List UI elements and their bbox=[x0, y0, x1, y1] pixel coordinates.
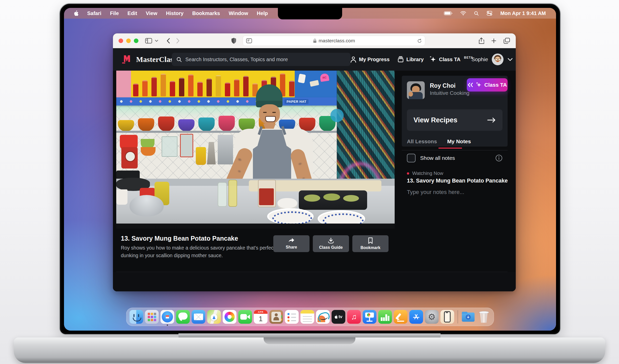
view-recipes-button[interactable]: View Recipes bbox=[407, 109, 502, 131]
decor bbox=[218, 135, 233, 164]
zoom-window-button[interactable] bbox=[134, 38, 138, 43]
decor bbox=[119, 38, 138, 43]
dock-contacts-icon[interactable] bbox=[269, 310, 283, 324]
tab-my-notes[interactable]: My Notes bbox=[447, 138, 471, 145]
masterclass-logo[interactable]: MasterClass bbox=[121, 55, 176, 64]
decor bbox=[146, 40, 147, 41]
tab-all-lessons[interactable]: All Lessons bbox=[407, 138, 437, 145]
menu-help[interactable]: Help bbox=[257, 10, 268, 16]
share-button[interactable]: Share bbox=[273, 235, 310, 252]
dock-calendar-icon[interactable]: APR 1 bbox=[254, 310, 268, 324]
dock-finder-icon[interactable] bbox=[130, 310, 143, 324]
control-center-icon[interactable] bbox=[486, 11, 493, 16]
minimize-window-button[interactable] bbox=[126, 38, 131, 43]
sauce-bottle bbox=[225, 83, 230, 96]
dock-mail-icon[interactable] bbox=[192, 310, 205, 324]
decor bbox=[491, 14, 492, 15]
decor bbox=[479, 37, 484, 44]
dock-facetime-icon[interactable] bbox=[238, 310, 252, 324]
dock-numbers-icon[interactable] bbox=[378, 310, 392, 324]
nav-my-progress[interactable]: My Progress bbox=[350, 56, 390, 63]
decor: Show all notes bbox=[407, 154, 502, 162]
decor bbox=[504, 40, 508, 44]
collapse-chevrons-icon bbox=[468, 83, 473, 87]
decor bbox=[116, 71, 131, 99]
menu-edit[interactable]: Edit bbox=[127, 10, 137, 16]
account-chevron-icon[interactable] bbox=[508, 58, 513, 61]
dock-messages-icon[interactable] bbox=[176, 310, 190, 324]
decor bbox=[480, 312, 488, 323]
menubar-app-name[interactable]: Safari bbox=[87, 10, 101, 16]
decor bbox=[145, 38, 152, 44]
close-window-button[interactable] bbox=[119, 38, 123, 43]
decor: Mon Apr 1 9:41 AM bbox=[444, 10, 556, 16]
dock-iphone-mirroring-icon[interactable] bbox=[441, 310, 454, 324]
stacked-bowl bbox=[178, 119, 195, 131]
macbook-scene: Safari File Edit View History Bookmarks … bbox=[0, 0, 619, 364]
sidebar-chevron-icon[interactable] bbox=[155, 40, 158, 42]
class-ta-button[interactable]: Class TA bbox=[467, 78, 508, 92]
dock-photos-icon[interactable] bbox=[223, 310, 237, 324]
dock-downloads-icon[interactable] bbox=[461, 310, 475, 324]
dock-settings-icon[interactable]: ⚙ bbox=[425, 310, 439, 324]
decor bbox=[492, 39, 496, 43]
address-bar[interactable]: masterclass.com bbox=[243, 36, 425, 46]
instructor-thumbnail[interactable] bbox=[407, 81, 425, 99]
dock-launchpad-icon[interactable] bbox=[145, 310, 159, 324]
decor bbox=[334, 315, 338, 319]
sidebar-toggle-icon[interactable] bbox=[145, 38, 152, 44]
spotlight-icon[interactable] bbox=[474, 11, 479, 16]
menu-view[interactable]: View bbox=[146, 10, 157, 16]
decor bbox=[498, 156, 499, 157]
dock-safari-icon[interactable] bbox=[161, 310, 174, 324]
menu-file[interactable]: File bbox=[110, 10, 119, 16]
privacy-shield-icon[interactable] bbox=[231, 37, 237, 44]
dock-appletv-icon[interactable]: tv bbox=[332, 310, 345, 324]
decor bbox=[367, 313, 370, 317]
user-avatar[interactable] bbox=[492, 54, 504, 65]
user-name[interactable]: Sophie bbox=[471, 56, 488, 62]
forward-button[interactable] bbox=[176, 38, 180, 44]
menubar-clock[interactable]: Mon Apr 1 9:41 AM bbox=[500, 10, 546, 16]
dock-notes-icon[interactable] bbox=[301, 310, 314, 324]
dock-reminders-icon[interactable] bbox=[285, 310, 299, 324]
stacked-bowl bbox=[198, 118, 215, 131]
dock-appstore-icon[interactable] bbox=[409, 310, 423, 324]
apple-menu-icon[interactable] bbox=[74, 10, 79, 16]
show-all-notes-checkbox[interactable] bbox=[407, 154, 416, 162]
menu-history[interactable]: History bbox=[166, 10, 184, 16]
bookmark-button[interactable]: Bookmark bbox=[352, 235, 389, 252]
decor bbox=[369, 238, 372, 243]
nav-class-ta[interactable]: Class TABETA bbox=[429, 56, 473, 63]
decor bbox=[231, 37, 237, 44]
dock-pages-icon[interactable] bbox=[394, 310, 408, 324]
menu-bookmarks[interactable]: Bookmarks bbox=[192, 10, 220, 16]
nav-library[interactable]: Library bbox=[397, 56, 424, 63]
calendar-day: 1 bbox=[254, 314, 268, 324]
tab-overview-icon[interactable] bbox=[504, 38, 510, 44]
info-icon[interactable] bbox=[495, 154, 502, 162]
video-player[interactable]: RC PAPER HAT bbox=[116, 71, 395, 229]
dock-music-icon[interactable]: ♫ bbox=[347, 310, 361, 324]
dock-freeform-icon[interactable] bbox=[316, 310, 330, 324]
decor bbox=[462, 312, 468, 314]
dock-keynote-icon[interactable] bbox=[363, 310, 377, 324]
dock-trash-icon[interactable] bbox=[477, 310, 491, 324]
class-guide-button[interactable]: Class Guide bbox=[313, 235, 349, 252]
menu-window[interactable]: Window bbox=[229, 10, 248, 16]
decor bbox=[228, 180, 237, 207]
decor bbox=[196, 147, 206, 165]
wifi-icon[interactable] bbox=[460, 11, 466, 16]
notes-input[interactable]: Type your notes here... bbox=[407, 189, 464, 196]
show-all-notes-label: Show all notes bbox=[420, 155, 455, 161]
decor bbox=[335, 315, 338, 319]
search-input[interactable]: Search Instructors, Classes, Topics and … bbox=[172, 53, 351, 66]
decor bbox=[491, 38, 496, 43]
battery-icon[interactable] bbox=[444, 11, 453, 16]
stacked-bowl bbox=[158, 116, 174, 131]
back-button[interactable] bbox=[166, 38, 170, 44]
share-icon[interactable] bbox=[479, 37, 484, 44]
decor bbox=[303, 316, 312, 317]
new-tab-icon[interactable] bbox=[491, 38, 496, 43]
dock-maps-icon[interactable] bbox=[207, 310, 221, 324]
